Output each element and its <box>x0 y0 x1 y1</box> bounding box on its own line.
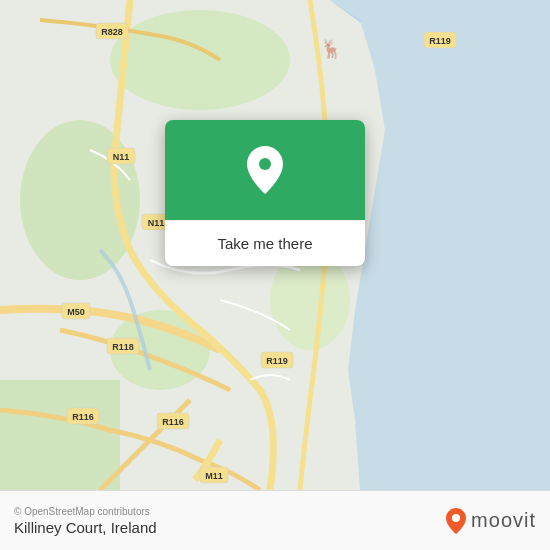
bottom-bar: © OpenStreetMap contributors Killiney Co… <box>0 490 550 550</box>
popup-green-header <box>165 120 365 220</box>
svg-point-31 <box>452 514 460 522</box>
svg-text:M50: M50 <box>67 307 85 317</box>
moovit-logo: moovit <box>445 507 536 535</box>
attribution-text: © OpenStreetMap contributors <box>14 506 157 517</box>
popup-card: Take me there <box>165 120 365 266</box>
svg-text:N11: N11 <box>148 218 165 228</box>
svg-text:R116: R116 <box>162 417 184 427</box>
location-pin-icon <box>243 144 287 196</box>
svg-text:N11: N11 <box>113 152 130 162</box>
svg-rect-7 <box>0 380 120 490</box>
svg-text:M11: M11 <box>205 471 223 481</box>
bottom-left: © OpenStreetMap contributors Killiney Co… <box>14 506 157 536</box>
svg-point-5 <box>20 120 140 280</box>
svg-point-30 <box>259 158 271 170</box>
map-container: R828 R119 N11 N11 M50 R118 R119 R116 R11… <box>0 0 550 490</box>
svg-text:R119: R119 <box>429 36 451 46</box>
location-name: Killiney Court, Ireland <box>14 519 157 536</box>
svg-text:R119: R119 <box>266 356 288 366</box>
moovit-pin-icon <box>445 507 467 535</box>
svg-point-4 <box>110 10 290 110</box>
take-me-there-button[interactable]: Take me there <box>165 220 365 266</box>
moovit-label: moovit <box>471 509 536 532</box>
svg-text:R828: R828 <box>101 27 123 37</box>
svg-text:🦌: 🦌 <box>320 38 343 60</box>
svg-text:R118: R118 <box>112 342 134 352</box>
svg-text:R116: R116 <box>72 412 94 422</box>
